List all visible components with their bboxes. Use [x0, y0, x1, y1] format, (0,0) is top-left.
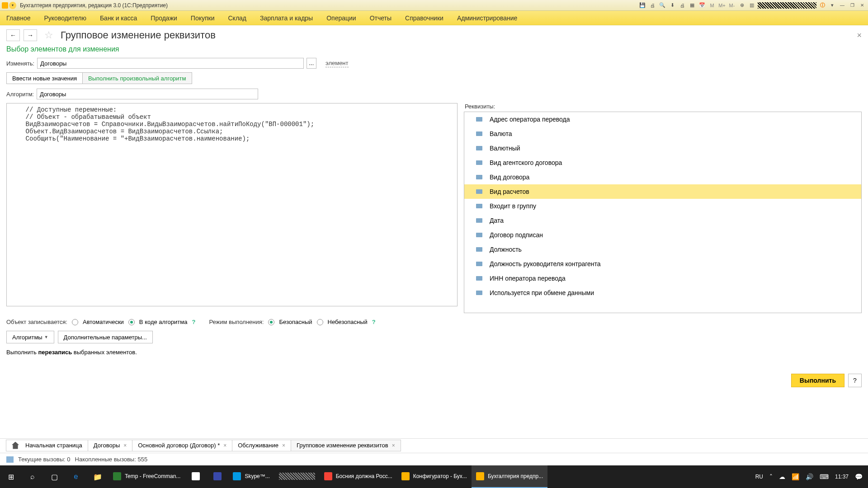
menu-item[interactable]: Банк и касса [100, 14, 137, 22]
page-close-button[interactable]: × [857, 31, 862, 40]
tab-enter-values[interactable]: Ввести новые значения [6, 72, 82, 84]
help-write-icon[interactable]: ? [192, 319, 195, 325]
taskbar-task[interactable]: Skype™... [228, 465, 274, 488]
app-menu-dropdown[interactable]: ▾ [9, 2, 16, 9]
change-input[interactable] [37, 58, 304, 69]
wifi-icon[interactable]: 📶 [792, 473, 799, 480]
nav-forward-button[interactable]: → [24, 29, 37, 41]
taskbar-task[interactable]: Босния должна Росс... [320, 465, 397, 488]
notifications-icon[interactable]: 💬 [855, 473, 863, 480]
bottom-tab[interactable]: Начальная страница [6, 440, 88, 451]
algorithm-input[interactable] [37, 89, 258, 99]
tab-close-icon[interactable]: × [223, 442, 226, 449]
help-button[interactable]: ? [848, 374, 862, 387]
menu-item[interactable]: Продажи [151, 14, 177, 22]
favorite-icon[interactable]: ☆ [44, 29, 53, 41]
edge-icon[interactable]: e [65, 465, 87, 488]
menu-item[interactable]: Операции [326, 14, 356, 22]
calc-icon[interactable]: ▦ [688, 1, 696, 9]
tab-close-icon[interactable]: × [282, 442, 285, 449]
nav-back-button[interactable]: ← [6, 29, 20, 41]
radio-safe[interactable] [268, 319, 274, 325]
taskbar-task[interactable]: Temp - FreeComman... [108, 465, 185, 488]
requisite-item[interactable]: Используется при обмене данными [464, 286, 861, 300]
requisite-item[interactable]: Адрес оператора перевода [464, 112, 861, 127]
change-picker-button[interactable]: ... [307, 58, 316, 69]
menu-item[interactable]: Справочники [405, 14, 443, 22]
radio-unsafe[interactable] [317, 319, 323, 325]
algorithms-button[interactable]: Алгоритмы ▼ [6, 331, 54, 343]
print2-icon[interactable]: 🖨 [678, 1, 686, 9]
menu-item[interactable]: Зарплата и кадры [260, 14, 313, 22]
calendar-icon[interactable]: 📅 [698, 1, 706, 9]
requisite-item[interactable]: Договор подписан [464, 228, 861, 242]
explorer-icon[interactable]: 📁 [87, 465, 108, 488]
radio-in-code[interactable] [128, 319, 135, 325]
taskbar-task[interactable] [185, 465, 207, 488]
requisites-list[interactable]: Адрес оператора переводаВалютаВалютныйВи… [464, 112, 862, 313]
requisite-item[interactable]: Дата [464, 213, 861, 228]
taskbar-task[interactable]: Конфигуратор - Бух... [397, 465, 472, 488]
task-view-icon[interactable]: ▢ [43, 465, 65, 488]
execute-button[interactable]: Выполнить [791, 374, 844, 387]
tab-run-algorithm[interactable]: Выполнить произвольный алгоритм [82, 72, 192, 84]
menu-item[interactable]: Руководителю [44, 14, 86, 22]
tab-label: Основной договор (Договор) * [138, 442, 220, 449]
keyboard-icon[interactable]: ⌨ [820, 473, 829, 480]
page-title: Групповое изменение реквизитов [61, 29, 216, 41]
extra-params-button[interactable]: Дополнительные параметры... [58, 331, 153, 343]
menu-item[interactable]: Покупки [191, 14, 215, 22]
requisite-item[interactable]: Валютный [464, 141, 861, 155]
requisite-label: ИНН оператора перевода [490, 275, 566, 282]
m-minus-button[interactable]: M- [728, 1, 736, 9]
requisite-item[interactable]: Вид договора [464, 170, 861, 184]
requisite-item[interactable]: ИНН оператора перевода [464, 271, 861, 286]
menu-item[interactable]: Главное [6, 14, 31, 22]
tab-close-icon[interactable]: × [123, 442, 127, 449]
download-icon[interactable]: ⬇ [668, 1, 676, 9]
element-link[interactable]: элемент [326, 60, 348, 67]
info-icon[interactable]: ⓘ [818, 1, 826, 9]
attribute-icon [476, 233, 482, 237]
requisite-label: Адрес оператора перевода [490, 116, 570, 123]
start-button[interactable]: ⊞ [0, 465, 22, 488]
requisite-item[interactable]: Вид расчетов [464, 184, 861, 199]
panels-icon[interactable]: ▥ [748, 1, 756, 9]
clock[interactable]: 11:37 [835, 474, 849, 480]
code-editor[interactable]: // Доступные переменные: // Объект - обр… [6, 103, 458, 306]
info-dropdown-icon[interactable]: ▾ [828, 1, 836, 9]
bottom-tab[interactable]: Групповое изменение реквизитов× [291, 440, 401, 451]
menu-item[interactable]: Администрирование [457, 14, 518, 22]
attribute-icon [476, 218, 482, 223]
language-indicator[interactable]: RU [755, 474, 763, 480]
cloud-icon[interactable]: ☁ [779, 473, 785, 480]
taskbar-task[interactable] [207, 465, 228, 488]
taskbar-task[interactable]: Бухгалтерия предпр... [472, 465, 547, 488]
volume-icon[interactable]: 🔊 [806, 473, 813, 480]
tab-close-icon[interactable]: × [392, 442, 395, 449]
requisite-item[interactable]: Входит в группу [464, 199, 861, 213]
bottom-tab[interactable]: Основной договор (Договор) *× [132, 440, 232, 451]
m-button[interactable]: M [708, 1, 716, 9]
preview-icon[interactable]: 🔍 [658, 1, 666, 9]
requisite-item[interactable]: Должность [464, 242, 861, 257]
requisite-item[interactable]: Вид агентского договора [464, 155, 861, 170]
minimize-button[interactable]: — [838, 2, 846, 9]
menu-item[interactable]: Отчеты [370, 14, 392, 22]
bottom-tab[interactable]: Договоры× [88, 440, 132, 451]
bottom-tab[interactable]: Обслуживание× [232, 440, 291, 451]
radio-auto[interactable] [72, 319, 78, 325]
menu-item[interactable]: Склад [228, 14, 246, 22]
requisite-item[interactable]: Должность руководителя контрагента [464, 257, 861, 271]
requisite-item[interactable]: Валюта [464, 127, 861, 141]
taskbar-task[interactable] [274, 465, 320, 488]
help-mode-icon[interactable]: ? [372, 319, 376, 325]
tray-up-icon[interactable]: ˄ [769, 473, 773, 480]
search-icon[interactable]: ⌕ [22, 465, 43, 488]
close-button[interactable]: ✕ [858, 2, 866, 9]
zoom-icon[interactable]: ⊕ [738, 1, 746, 9]
save-icon[interactable]: 💾 [638, 1, 646, 9]
maximize-button[interactable]: ❐ [848, 2, 856, 9]
print-icon[interactable]: 🖨 [648, 1, 656, 9]
m-plus-button[interactable]: M+ [718, 1, 726, 9]
